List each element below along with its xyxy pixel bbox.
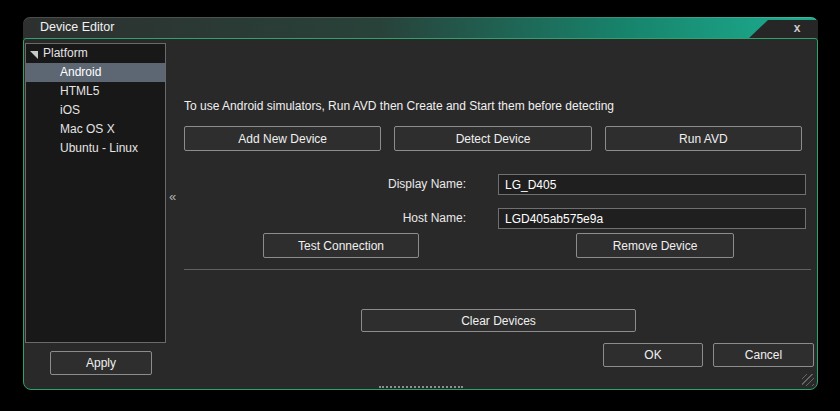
host-name-input[interactable] [498,208,806,229]
add-new-device-button[interactable]: Add New Device [184,126,381,151]
platform-tree: Platform Android HTML5 iOS Mac OS X Ubun… [25,43,166,343]
cancel-button[interactable]: Cancel [713,343,814,367]
display-name-label: Display Name: [184,174,466,195]
display-name-input[interactable] [498,174,806,195]
corner-resize-grip[interactable] [802,374,814,386]
tree-item-ios[interactable]: iOS [26,101,165,120]
close-tab-shape [738,20,818,39]
window-title: Device Editor [40,17,114,39]
tree-item-android[interactable]: Android [26,63,165,82]
close-icon[interactable]: x [789,20,805,36]
device-editor-window: Device Editor x Platform Android HTML5 i… [23,17,818,390]
horizontal-divider [184,269,811,270]
host-name-label: Host Name: [184,208,466,229]
tree-item-html5[interactable]: HTML5 [26,82,165,101]
tree-item-label: Android [60,63,101,82]
tree-root-label: Platform [43,44,88,63]
apply-button[interactable]: Apply [50,351,152,375]
tree-item-label: iOS [60,101,80,120]
tree-item-macosx[interactable]: Mac OS X [26,120,165,139]
tree-item-ubuntu[interactable]: Ubuntu - Linux [26,139,165,158]
test-connection-button[interactable]: Test Connection [263,233,419,258]
detect-device-button[interactable]: Detect Device [394,126,591,151]
title-bar[interactable]: Device Editor x [23,17,818,39]
clear-devices-button[interactable]: Clear Devices [361,309,636,332]
avd-info-text: To use Android simulators, Run AVD then … [184,99,614,113]
tree-expanded-icon[interactable] [30,51,38,59]
desktop-background: Device Editor x Platform Android HTML5 i… [0,0,840,411]
dialog-body: Platform Android HTML5 iOS Mac OS X Ubun… [23,38,818,390]
tree-item-platform[interactable]: Platform [26,44,165,63]
run-avd-button[interactable]: Run AVD [605,126,802,151]
remove-device-button[interactable]: Remove Device [576,233,734,258]
bottom-resize-handle[interactable] [379,386,463,390]
tree-item-label: Mac OS X [60,120,115,139]
ok-button[interactable]: OK [603,343,703,367]
device-toolbar: Add New Device Detect Device Run AVD [184,126,802,151]
tree-item-label: HTML5 [60,82,99,101]
tree-item-label: Ubuntu - Linux [60,139,138,158]
splitter-collapse-icon[interactable]: « [169,189,183,205]
